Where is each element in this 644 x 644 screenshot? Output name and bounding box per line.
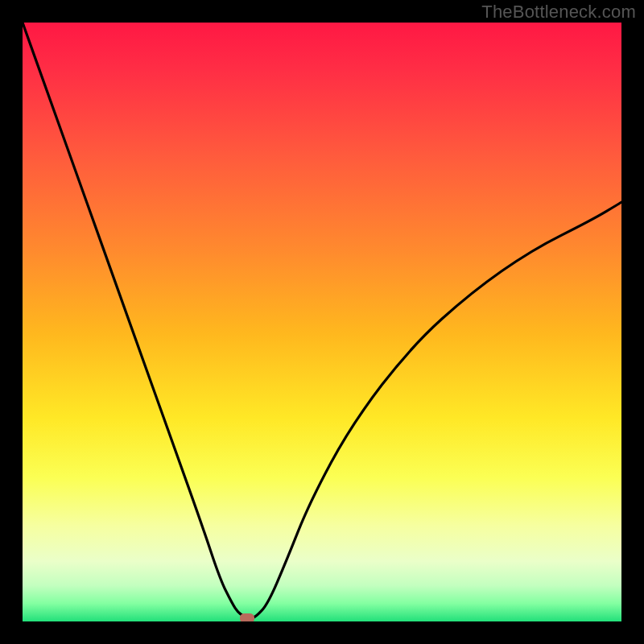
watermark-text: TheBottleneck.com xyxy=(481,2,636,23)
plot-area xyxy=(23,23,621,621)
optimal-point-marker xyxy=(240,613,254,621)
bottleneck-curve xyxy=(23,23,621,621)
chart-frame: TheBottleneck.com xyxy=(0,0,644,644)
